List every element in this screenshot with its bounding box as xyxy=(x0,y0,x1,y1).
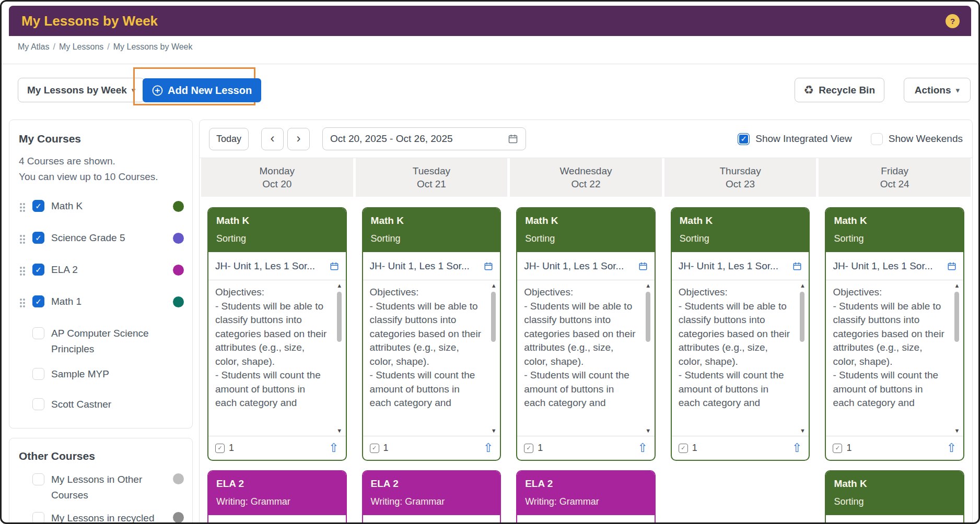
lesson-link[interactable]: JH- Unit 1, Les 1 Sor... xyxy=(833,260,947,272)
checklist-count[interactable]: ✓ 1 xyxy=(215,443,234,454)
help-button[interactable]: ? xyxy=(946,14,960,28)
checklist-count[interactable]: ✓ 1 xyxy=(679,443,697,454)
lesson-link[interactable]: JH- Unit 1, Les 1 Sor... xyxy=(370,260,484,272)
lesson-card-ela-2[interactable]: ELA 2 Writing: Grammar JH- Nouns and H..… xyxy=(207,470,347,524)
date-range-input[interactable]: Oct 20, 2025 - Oct 26, 2025 xyxy=(322,127,526,150)
scrollbar[interactable]: ▲ ▼ xyxy=(953,282,961,434)
lesson-objectives-area[interactable]: Objectives: - Students will be able to c… xyxy=(517,280,655,436)
course-label[interactable]: Sample MYP xyxy=(51,366,130,382)
scroll-down-icon[interactable]: ▼ xyxy=(645,427,652,434)
scroll-up-icon[interactable]: ▲ xyxy=(953,282,961,289)
lesson-card-math-k[interactable]: Math K Sorting JH- Unit 1, Les 1 Sor... … xyxy=(671,207,810,461)
scroll-up-icon[interactable]: ▲ xyxy=(336,282,343,289)
course-checkbox[interactable]: ✓ xyxy=(32,232,44,244)
course-row-lessons-other-courses: My Lessons in Other Courses xyxy=(19,472,183,503)
lesson-objectives-area[interactable]: Objectives: - Students will be able to c… xyxy=(672,280,809,436)
scrollbar[interactable]: ▲ ▼ xyxy=(645,282,652,434)
next-week-button[interactable]: › xyxy=(287,128,310,150)
share-up-arrow-icon[interactable]: ⇧ xyxy=(483,442,493,454)
day-column-wednesday: Wednesday Oct 22 Math K Sorting JH- Unit… xyxy=(510,158,662,524)
calendar-icon[interactable] xyxy=(638,261,648,271)
lesson-link[interactable]: JH- Unit 1, Les 1 Sor... xyxy=(679,260,793,272)
lesson-objectives-area[interactable]: Objectives: - Students will be able to c… xyxy=(208,280,346,436)
scroll-up-icon[interactable]: ▲ xyxy=(645,282,652,289)
scroll-down-icon[interactable]: ▼ xyxy=(336,427,343,434)
lesson-card-math-k-second[interactable]: Math K Sorting JH- Unit 1, Les 1 S... xyxy=(825,470,964,524)
course-checkbox[interactable] xyxy=(32,398,44,410)
add-new-lesson-button[interactable]: Add New Lesson xyxy=(143,78,261,102)
breadcrumb-my-lessons[interactable]: My Lessons xyxy=(59,42,103,51)
recycle-bin-button[interactable]: ♻ Recycle Bin xyxy=(795,78,884,102)
drag-handle-icon[interactable] xyxy=(19,266,26,276)
course-label[interactable]: My Lessons in recycled xyxy=(51,510,175,524)
view-dropdown[interactable]: My Lessons by Week ▾ xyxy=(18,78,145,102)
scrollbar[interactable]: ▲ ▼ xyxy=(799,282,806,434)
lesson-card-header: ELA 2 Writing: Grammar xyxy=(517,471,655,515)
calendar-icon[interactable] xyxy=(792,261,802,271)
scroll-thumb[interactable] xyxy=(491,292,496,342)
share-up-arrow-icon[interactable]: ⇧ xyxy=(638,442,648,454)
share-up-arrow-icon[interactable]: ⇧ xyxy=(329,442,339,454)
day-header: Monday Oct 20 xyxy=(201,158,353,197)
lesson-card-math-k[interactable]: Math K Sorting JH- Unit 1, Les 1 Sor... … xyxy=(516,207,656,461)
lesson-link[interactable]: JH- Unit 1, Les 1 Sor... xyxy=(215,260,330,272)
course-checkbox[interactable] xyxy=(32,473,44,485)
course-checkbox[interactable]: ✓ xyxy=(32,200,44,212)
lesson-link[interactable]: JH- Unit 1, Les 1 Sor... xyxy=(524,260,638,272)
calendar-icon[interactable] xyxy=(484,261,493,271)
scroll-thumb[interactable] xyxy=(646,292,650,342)
course-color-dot xyxy=(173,201,184,212)
calendar-icon[interactable] xyxy=(947,261,956,271)
checkbox-icon: ✓ xyxy=(679,444,688,453)
show-weekends-checkbox[interactable] xyxy=(871,133,883,145)
lesson-card-math-k[interactable]: Math K Sorting JH- Unit 1, Les 1 Sor... … xyxy=(207,207,347,461)
scroll-up-icon[interactable]: ▲ xyxy=(490,282,497,289)
course-checkbox[interactable] xyxy=(32,368,44,380)
share-up-arrow-icon[interactable]: ⇧ xyxy=(947,442,956,454)
scroll-down-icon[interactable]: ▼ xyxy=(799,427,806,434)
checklist-count-value: 1 xyxy=(692,443,697,454)
lesson-card-ela-2[interactable]: ELA 2 Writing: Grammar JH- Nouns and H..… xyxy=(362,470,501,524)
scroll-thumb[interactable] xyxy=(337,292,342,342)
drag-handle-icon[interactable] xyxy=(19,203,26,212)
checklist-count[interactable]: ✓ 1 xyxy=(833,443,851,454)
course-checkbox[interactable]: ✓ xyxy=(32,264,44,276)
course-checkbox[interactable]: ✓ xyxy=(32,295,44,307)
drag-handle-icon[interactable] xyxy=(19,234,26,244)
lesson-objectives-area[interactable]: Objectives: - Students will be able to c… xyxy=(826,280,963,436)
course-checkbox[interactable] xyxy=(32,512,44,524)
scroll-thumb[interactable] xyxy=(954,292,959,342)
previous-week-button[interactable]: ‹ xyxy=(261,128,284,150)
scroll-up-icon[interactable]: ▲ xyxy=(799,282,806,289)
today-button[interactable]: Today xyxy=(209,128,249,150)
scrollbar[interactable]: ▲ ▼ xyxy=(490,282,497,434)
calendar-icon[interactable] xyxy=(330,261,339,271)
scrollbar[interactable]: ▲ ▼ xyxy=(336,282,343,434)
share-up-arrow-icon[interactable]: ⇧ xyxy=(792,442,802,454)
course-checkbox[interactable] xyxy=(32,327,44,339)
scroll-thumb[interactable] xyxy=(800,292,804,342)
day-header: Friday Oct 24 xyxy=(819,158,971,197)
lesson-card-math-k[interactable]: Math K Sorting JH- Unit 1, Les 1 Sor... … xyxy=(825,207,964,461)
course-label[interactable]: ELA 2 xyxy=(51,262,99,278)
scroll-down-icon[interactable]: ▼ xyxy=(953,427,961,434)
drag-handle-icon[interactable] xyxy=(19,298,26,308)
scroll-down-icon[interactable]: ▼ xyxy=(490,427,497,434)
course-label[interactable]: Science Grade 5 xyxy=(51,230,146,246)
lesson-card-ela-2[interactable]: ELA 2 Writing: Grammar JH- Nouns and H..… xyxy=(516,470,656,524)
show-integrated-view-checkbox[interactable]: ✓ xyxy=(738,133,750,145)
course-label[interactable]: Math K xyxy=(51,198,103,214)
breadcrumb-my-atlas[interactable]: My Atlas xyxy=(18,42,49,51)
course-label[interactable]: AP Computer Science Principles xyxy=(51,326,183,357)
course-label[interactable]: Scott Castner xyxy=(51,397,132,412)
course-label[interactable]: Math 1 xyxy=(51,294,102,309)
lesson-objectives-area[interactable]: Objectives: - Students will be able to c… xyxy=(363,280,500,436)
lesson-card-math-k[interactable]: Math K Sorting JH- Unit 1, Les 1 Sor... … xyxy=(362,207,501,461)
actions-dropdown[interactable]: Actions ▾ xyxy=(904,78,971,102)
show-integrated-view-toggle[interactable]: ✓ Show Integrated View xyxy=(738,133,852,145)
chevron-left-icon: ‹ xyxy=(271,131,275,146)
show-weekends-toggle[interactable]: Show Weekends xyxy=(871,133,963,145)
checklist-count[interactable]: ✓ 1 xyxy=(524,443,543,454)
checklist-count[interactable]: ✓ 1 xyxy=(370,443,389,454)
course-label[interactable]: My Lessons in Other Courses xyxy=(51,472,183,503)
